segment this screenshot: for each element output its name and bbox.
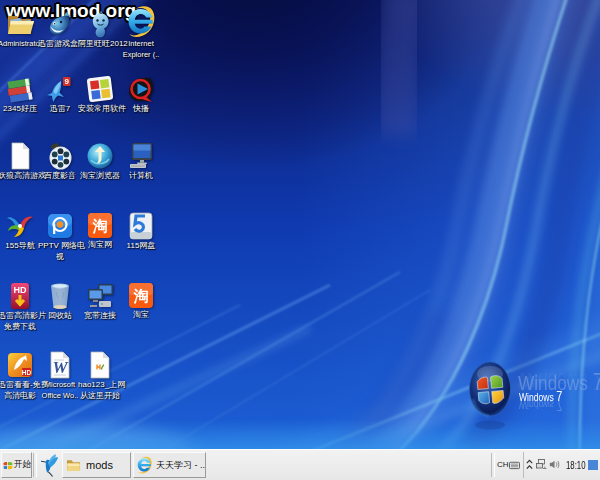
svg-text:W: W <box>52 358 69 377</box>
svg-text:HD: HD <box>14 285 27 295</box>
svg-text:9: 9 <box>64 77 69 86</box>
svg-text:淘: 淘 <box>92 217 108 234</box>
svg-text:HD: HD <box>22 369 32 376</box>
svg-text:淘: 淘 <box>133 287 149 304</box>
